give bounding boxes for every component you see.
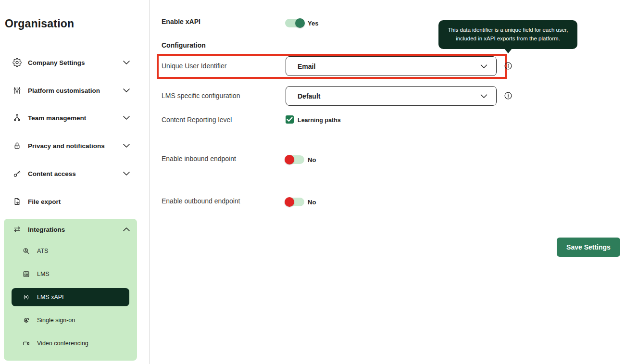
enable-xapi-label: Enable xAPI bbox=[162, 18, 200, 25]
chevron-down-icon bbox=[480, 94, 488, 98]
sidebar-subitem-video-conferencing[interactable]: Video conferencing bbox=[4, 334, 137, 352]
sidebar-item-label: Integrations bbox=[28, 226, 65, 233]
xapi-parens-icon bbox=[22, 293, 30, 301]
checklist-icon bbox=[22, 270, 30, 278]
sidebar-subitem-label: Single sign-on bbox=[37, 317, 75, 324]
integrations-arrows-icon bbox=[12, 225, 22, 234]
sidebar-subitem-lms[interactable]: LMS bbox=[4, 265, 137, 283]
toggle-knob bbox=[295, 18, 305, 28]
enable-outbound-endpoint-label: Enable outbound endpoint bbox=[162, 197, 240, 205]
file-export-icon bbox=[12, 197, 22, 206]
lock-icon bbox=[12, 141, 22, 151]
dropdown-value: Email bbox=[298, 63, 315, 70]
learning-paths-checkbox[interactable] bbox=[286, 115, 294, 124]
toggle-knob bbox=[285, 155, 294, 164]
sidebar-item-label: Content access bbox=[28, 170, 76, 177]
enable-inbound-endpoint-state: No bbox=[308, 156, 316, 163]
key-icon bbox=[12, 169, 22, 178]
learning-paths-label: Learning paths bbox=[298, 117, 341, 124]
toggle-knob bbox=[285, 197, 294, 207]
sidebar-item-label: Company Settings bbox=[28, 59, 85, 66]
sidebar-subitem-label: LMS xAPI bbox=[37, 294, 64, 301]
sidebar-item-file-export[interactable]: File export bbox=[0, 192, 149, 211]
unique-user-identifier-label: Unique User Identifier bbox=[162, 62, 226, 70]
chevron-down-icon bbox=[480, 64, 488, 68]
video-camera-icon bbox=[22, 339, 30, 348]
chevron-down-icon bbox=[123, 144, 130, 148]
sidebar-subitem-single-sign-on[interactable]: Single sign-on bbox=[4, 311, 137, 329]
sso-person-lock-icon bbox=[22, 316, 30, 325]
sidebar-item-label: File export bbox=[28, 198, 61, 205]
chevron-down-icon bbox=[123, 61, 130, 65]
chevron-down-icon bbox=[123, 116, 130, 120]
sliders-icon bbox=[12, 86, 22, 95]
sidebar-item-team-management[interactable]: Team management bbox=[0, 108, 149, 127]
chevron-down-icon bbox=[123, 172, 130, 176]
tooltip: This data identifier is a unique field f… bbox=[438, 20, 577, 49]
sidebar-item-company-settings[interactable]: Company Settings bbox=[0, 53, 149, 72]
chevron-up-icon bbox=[123, 227, 130, 232]
sidebar-item-label: Team management bbox=[28, 114, 86, 122]
sidebar-item-platform-customisation[interactable]: Platform customisation bbox=[0, 81, 149, 100]
enable-inbound-endpoint-toggle[interactable] bbox=[285, 155, 304, 164]
sidebar-item-content-access[interactable]: Content access bbox=[0, 164, 149, 183]
sidebar-item-label: Privacy and notifications bbox=[28, 142, 105, 150]
lms-specific-configuration-dropdown[interactable]: Default bbox=[286, 86, 497, 106]
enable-inbound-endpoint-label: Enable inbound endpoint bbox=[162, 155, 236, 163]
checkmark-icon bbox=[287, 117, 293, 122]
enable-outbound-endpoint-state: No bbox=[308, 199, 316, 206]
sidebar: Organisation Company Settings Platform c… bbox=[0, 0, 149, 364]
enable-outbound-endpoint-toggle[interactable] bbox=[285, 198, 304, 206]
gear-icon bbox=[12, 58, 22, 67]
content-reporting-level-label: Content Reporting level bbox=[162, 116, 232, 124]
unique-user-identifier-dropdown[interactable]: Email bbox=[286, 56, 497, 76]
sidebar-subitem-ats[interactable]: ATS bbox=[4, 242, 137, 260]
info-icon[interactable] bbox=[504, 91, 512, 100]
search-person-icon bbox=[22, 247, 30, 255]
sidebar-subitem-lms-xapi[interactable]: LMS xAPI bbox=[12, 288, 129, 306]
dropdown-value: Default bbox=[298, 92, 320, 100]
save-settings-button[interactable]: Save Settings bbox=[557, 238, 620, 257]
sidebar-subitem-label: LMS bbox=[37, 271, 50, 277]
chevron-down-icon bbox=[123, 88, 130, 93]
sidebar-item-integrations[interactable]: Integrations bbox=[0, 220, 149, 239]
team-hierarchy-icon bbox=[12, 113, 22, 123]
sidebar-item-label: Platform customisation bbox=[28, 87, 100, 94]
page-title: Organisation bbox=[5, 17, 74, 30]
sidebar-subitem-label: ATS bbox=[37, 248, 48, 254]
main-panel: Enable xAPI Yes Configuration This data … bbox=[150, 0, 625, 364]
configuration-heading: Configuration bbox=[162, 41, 206, 49]
enable-xapi-toggle[interactable] bbox=[285, 19, 304, 27]
sidebar-item-privacy-notifications[interactable]: Privacy and notifications bbox=[0, 136, 149, 155]
enable-xapi-state: Yes bbox=[308, 20, 318, 27]
info-icon[interactable] bbox=[504, 62, 512, 70]
settings-page: Organisation Company Settings Platform c… bbox=[0, 0, 625, 364]
lms-specific-configuration-label: LMS specific configuration bbox=[162, 92, 240, 100]
sidebar-subitem-label: Video conferencing bbox=[37, 340, 88, 347]
